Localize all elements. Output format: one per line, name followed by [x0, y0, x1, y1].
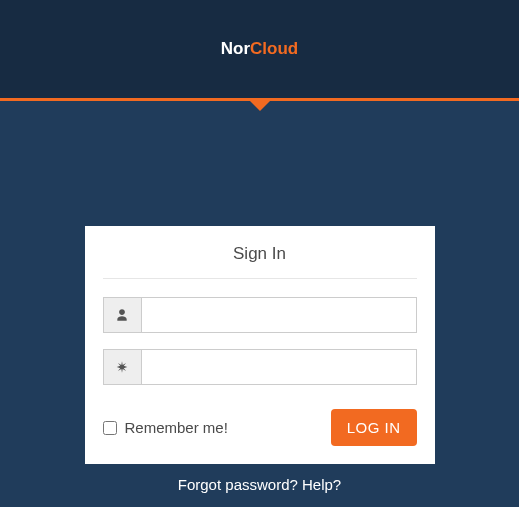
remember-me-label: Remember me! — [125, 419, 228, 436]
footer-links: Forgot password? Help? — [0, 476, 519, 493]
form-actions-row: Remember me! LOG IN — [103, 401, 417, 452]
card-title: Sign In — [103, 244, 417, 278]
divider-notch-icon — [247, 98, 273, 111]
card-divider — [103, 278, 417, 279]
login-card-container: Sign In Remember me! LOG IN — [0, 101, 519, 464]
password-input[interactable] — [141, 349, 417, 385]
forgot-password-link[interactable]: Forgot password? — [178, 476, 298, 493]
brand-part1: Nor — [221, 39, 250, 58]
username-group — [103, 297, 417, 333]
login-card: Sign In Remember me! LOG IN — [85, 226, 435, 464]
brand-part2: Cloud — [250, 39, 298, 58]
remember-me-checkbox[interactable] — [103, 421, 117, 435]
username-input[interactable] — [141, 297, 417, 333]
help-link[interactable]: Help? — [302, 476, 341, 493]
user-icon — [103, 297, 141, 333]
password-group — [103, 349, 417, 385]
header-divider — [0, 98, 519, 101]
app-header: NorCloud — [0, 0, 519, 98]
login-button[interactable]: LOG IN — [331, 409, 417, 446]
brand-logo: NorCloud — [221, 39, 298, 59]
asterisk-icon — [103, 349, 141, 385]
remember-me[interactable]: Remember me! — [103, 419, 228, 436]
